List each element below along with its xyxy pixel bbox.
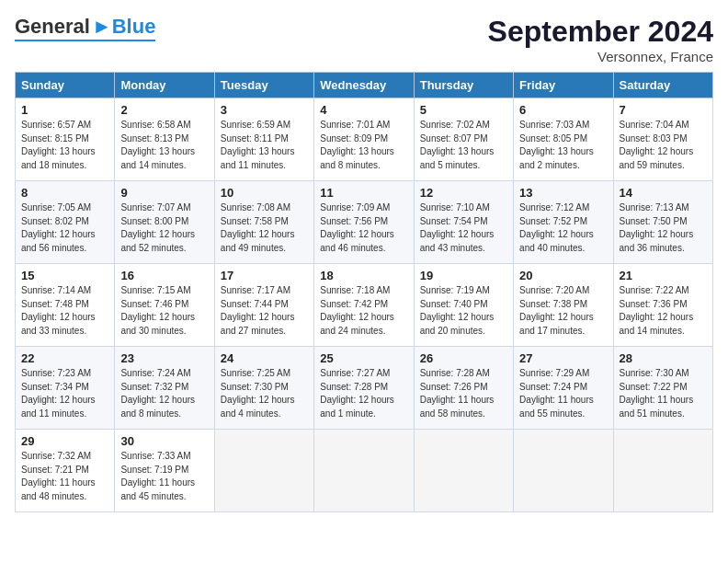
day-detail: Sunrise: 7:05 AMSunset: 8:02 PMDaylight:…: [21, 201, 108, 255]
calendar-cell: 13Sunrise: 7:12 AMSunset: 7:52 PMDayligh…: [514, 181, 613, 264]
day-detail: Sunrise: 7:12 AMSunset: 7:52 PMDaylight:…: [519, 201, 607, 255]
calendar-cell: 12Sunrise: 7:10 AMSunset: 7:54 PMDayligh…: [414, 181, 513, 264]
day-detail: Sunrise: 7:24 AMSunset: 7:32 PMDaylight:…: [120, 367, 208, 420]
col-sunday: Sunday: [16, 73, 115, 98]
calendar-week-row: 8Sunrise: 7:05 AMSunset: 8:02 PMDaylight…: [16, 181, 713, 264]
calendar-header-row: Sunday Monday Tuesday Wednesday Thursday…: [16, 73, 713, 98]
calendar-cell: 5Sunrise: 7:02 AMSunset: 8:07 PMDaylight…: [414, 98, 513, 181]
day-detail: Sunrise: 7:19 AMSunset: 7:40 PMDaylight:…: [420, 284, 507, 338]
day-detail: Sunrise: 7:25 AMSunset: 7:30 PMDaylight:…: [221, 367, 308, 420]
day-detail: Sunrise: 7:17 AMSunset: 7:44 PMDaylight:…: [221, 284, 308, 338]
calendar-cell: 27Sunrise: 7:29 AMSunset: 7:24 PMDayligh…: [514, 347, 613, 430]
calendar-cell: [214, 430, 313, 512]
day-detail: Sunrise: 7:08 AMSunset: 7:58 PMDaylight:…: [221, 201, 308, 255]
calendar-cell: 23Sunrise: 7:24 AMSunset: 7:32 PMDayligh…: [115, 347, 214, 430]
day-detail: Sunrise: 6:57 AMSunset: 8:15 PMDaylight:…: [21, 119, 108, 172]
day-number: 4: [320, 103, 407, 117]
day-number: 12: [420, 186, 507, 200]
calendar-cell: 3Sunrise: 6:59 AMSunset: 8:11 PMDaylight…: [214, 98, 313, 181]
day-number: 24: [221, 351, 308, 365]
day-detail: Sunrise: 7:03 AMSunset: 8:05 PMDaylight:…: [519, 119, 607, 172]
day-number: 15: [21, 269, 108, 282]
calendar-cell: [314, 430, 414, 512]
col-friday: Friday: [514, 73, 613, 98]
day-number: 22: [21, 351, 108, 365]
calendar-cell: 2Sunrise: 6:58 AMSunset: 8:13 PMDaylight…: [115, 98, 214, 181]
calendar-cell: [514, 430, 613, 512]
calendar-cell: 19Sunrise: 7:19 AMSunset: 7:40 PMDayligh…: [414, 264, 513, 347]
day-number: 6: [519, 103, 607, 117]
logo-general-text: General: [15, 15, 90, 39]
day-number: 11: [320, 186, 407, 200]
day-number: 26: [420, 351, 507, 365]
calendar-cell: 28Sunrise: 7:30 AMSunset: 7:22 PMDayligh…: [613, 347, 712, 430]
day-number: 14: [620, 186, 707, 200]
calendar-cell: 9Sunrise: 7:07 AMSunset: 8:00 PMDaylight…: [115, 181, 214, 264]
calendar-cell: [414, 430, 513, 512]
day-detail: Sunrise: 7:32 AMSunset: 7:21 PMDaylight:…: [21, 450, 108, 503]
calendar-cell: 4Sunrise: 7:01 AMSunset: 8:09 PMDaylight…: [314, 98, 414, 181]
day-number: 16: [120, 269, 208, 282]
logo-arrow-icon: ►: [92, 15, 112, 39]
calendar-cell: 26Sunrise: 7:28 AMSunset: 7:26 PMDayligh…: [414, 347, 513, 430]
day-number: 2: [120, 103, 208, 117]
calendar-table: Sunday Monday Tuesday Wednesday Thursday…: [15, 72, 713, 512]
day-number: 29: [21, 434, 108, 448]
logo-blue-text: Blue: [112, 15, 156, 39]
calendar-cell: 22Sunrise: 7:23 AMSunset: 7:34 PMDayligh…: [16, 347, 115, 430]
day-number: 28: [620, 351, 707, 365]
day-detail: Sunrise: 7:07 AMSunset: 8:00 PMDaylight:…: [120, 201, 208, 255]
day-detail: Sunrise: 7:33 AMSunset: 7:19 PMDaylight:…: [120, 450, 208, 503]
day-number: 8: [21, 186, 108, 200]
day-detail: Sunrise: 7:01 AMSunset: 8:09 PMDaylight:…: [320, 119, 407, 172]
day-number: 7: [620, 103, 707, 117]
day-number: 3: [221, 103, 308, 117]
calendar-cell: 25Sunrise: 7:27 AMSunset: 7:28 PMDayligh…: [314, 347, 414, 430]
day-number: 18: [320, 269, 407, 282]
calendar-cell: 16Sunrise: 7:15 AMSunset: 7:46 PMDayligh…: [115, 264, 214, 347]
day-number: 30: [120, 434, 208, 448]
calendar-cell: 14Sunrise: 7:13 AMSunset: 7:50 PMDayligh…: [613, 181, 712, 264]
day-detail: Sunrise: 6:59 AMSunset: 8:11 PMDaylight:…: [221, 119, 308, 172]
calendar-cell: 6Sunrise: 7:03 AMSunset: 8:05 PMDaylight…: [514, 98, 613, 181]
day-detail: Sunrise: 7:28 AMSunset: 7:26 PMDaylight:…: [420, 367, 507, 420]
day-number: 23: [120, 351, 208, 365]
col-monday: Monday: [115, 73, 214, 98]
day-detail: Sunrise: 7:18 AMSunset: 7:42 PMDaylight:…: [320, 284, 407, 338]
calendar-cell: 21Sunrise: 7:22 AMSunset: 7:36 PMDayligh…: [613, 264, 712, 347]
day-detail: Sunrise: 7:13 AMSunset: 7:50 PMDaylight:…: [620, 201, 707, 255]
location-subtitle: Versonnex, France: [488, 49, 713, 64]
day-detail: Sunrise: 6:58 AMSunset: 8:13 PMDaylight:…: [120, 119, 208, 172]
calendar-week-row: 22Sunrise: 7:23 AMSunset: 7:34 PMDayligh…: [16, 347, 713, 430]
day-number: 19: [420, 269, 507, 282]
day-detail: Sunrise: 7:04 AMSunset: 8:03 PMDaylight:…: [620, 119, 707, 172]
title-block: September 2024 Versonnex, France: [488, 15, 713, 64]
calendar-cell: 30Sunrise: 7:33 AMSunset: 7:19 PMDayligh…: [115, 430, 214, 512]
day-detail: Sunrise: 7:30 AMSunset: 7:22 PMDaylight:…: [620, 367, 707, 420]
calendar-cell: 10Sunrise: 7:08 AMSunset: 7:58 PMDayligh…: [214, 181, 313, 264]
calendar-cell: 17Sunrise: 7:17 AMSunset: 7:44 PMDayligh…: [214, 264, 313, 347]
day-number: 13: [519, 186, 607, 200]
day-number: 25: [320, 351, 407, 365]
day-detail: Sunrise: 7:23 AMSunset: 7:34 PMDaylight:…: [21, 367, 108, 420]
calendar-cell: 7Sunrise: 7:04 AMSunset: 8:03 PMDaylight…: [613, 98, 712, 181]
calendar-cell: 1Sunrise: 6:57 AMSunset: 8:15 PMDaylight…: [16, 98, 115, 181]
day-number: 10: [221, 186, 308, 200]
calendar-cell: 18Sunrise: 7:18 AMSunset: 7:42 PMDayligh…: [314, 264, 414, 347]
day-detail: Sunrise: 7:15 AMSunset: 7:46 PMDaylight:…: [120, 284, 208, 338]
month-title: September 2024: [488, 15, 713, 49]
day-number: 20: [519, 269, 607, 282]
col-saturday: Saturday: [613, 73, 712, 98]
logo-underline: [15, 40, 155, 41]
calendar-cell: 15Sunrise: 7:14 AMSunset: 7:48 PMDayligh…: [16, 264, 115, 347]
day-number: 17: [221, 269, 308, 282]
day-detail: Sunrise: 7:20 AMSunset: 7:38 PMDaylight:…: [519, 284, 607, 338]
day-detail: Sunrise: 7:02 AMSunset: 8:07 PMDaylight:…: [420, 119, 507, 172]
page-header: General ► Blue September 2024 Versonnex,…: [15, 15, 713, 64]
calendar-cell: 20Sunrise: 7:20 AMSunset: 7:38 PMDayligh…: [514, 264, 613, 347]
calendar-cell: 24Sunrise: 7:25 AMSunset: 7:30 PMDayligh…: [214, 347, 313, 430]
calendar-week-row: 15Sunrise: 7:14 AMSunset: 7:48 PMDayligh…: [16, 264, 713, 347]
day-number: 27: [519, 351, 607, 365]
calendar-week-row: 1Sunrise: 6:57 AMSunset: 8:15 PMDaylight…: [16, 98, 713, 181]
day-detail: Sunrise: 7:14 AMSunset: 7:48 PMDaylight:…: [21, 284, 108, 338]
